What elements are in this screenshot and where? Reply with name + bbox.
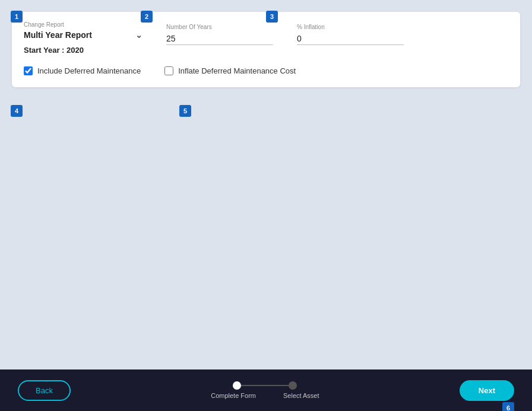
stepper-line xyxy=(241,385,289,386)
stepper-track xyxy=(233,381,297,390)
inflation-input[interactable] xyxy=(297,33,404,45)
report-type-dropdown[interactable]: Multi Year Report ⌄ xyxy=(24,30,142,40)
footer: Back Complete Form Select Asset Next 6 xyxy=(0,369,532,411)
step-badge-2: 2 xyxy=(141,11,153,23)
report-card: Change Report Multi Year Report ⌄ Start … xyxy=(12,12,520,87)
next-button[interactable]: Next xyxy=(460,380,514,401)
step1-label: Complete Form xyxy=(211,392,256,399)
stepper: Complete Form Select Asset xyxy=(211,381,319,399)
card-top-row: Change Report Multi Year Report ⌄ Start … xyxy=(24,21,508,55)
include-deferred-checkbox-label[interactable]: Include Deferred Maintenance xyxy=(24,66,141,75)
start-year-display: Start Year : 2020 xyxy=(24,46,142,55)
main-content: Change Report Multi Year Report ⌄ Start … xyxy=(0,0,532,369)
number-of-years-field: Number Of Years xyxy=(166,24,273,45)
next-button-container: Next 6 xyxy=(460,380,514,401)
chevron-down-icon: ⌄ xyxy=(135,30,142,40)
include-deferred-label-text: Include Deferred Maintenance xyxy=(37,66,141,75)
change-report-label: Change Report xyxy=(24,21,142,28)
back-button[interactable]: Back xyxy=(18,380,71,401)
inflate-deferred-label-text: Inflate Deferred Maintenance Cost xyxy=(178,66,296,75)
number-of-years-label: Number Of Years xyxy=(166,24,273,30)
step-badge-6: 6 xyxy=(502,402,514,412)
stepper-dot-1 xyxy=(233,381,241,390)
number-of-years-input[interactable] xyxy=(166,33,273,45)
inflate-deferred-checkbox[interactable] xyxy=(164,66,173,75)
inflate-deferred-checkbox-label[interactable]: Inflate Deferred Maintenance Cost xyxy=(164,66,296,75)
step-badge-4: 4 xyxy=(11,105,23,117)
card-bottom-row: Include Deferred Maintenance Inflate Def… xyxy=(24,66,508,75)
step-badge-3: 3 xyxy=(266,11,278,23)
step2-label: Select Asset xyxy=(283,392,319,399)
inflation-label: % Inflation xyxy=(297,24,404,30)
include-deferred-checkbox[interactable] xyxy=(24,66,33,75)
inflation-field: % Inflation xyxy=(297,24,404,45)
report-type-value: Multi Year Report xyxy=(24,30,92,40)
stepper-dot-2 xyxy=(289,381,297,390)
report-selector: Change Report Multi Year Report ⌄ Start … xyxy=(24,21,142,55)
step-badge-5: 5 xyxy=(179,105,191,117)
step-badge-1: 1 xyxy=(11,11,23,23)
stepper-labels: Complete Form Select Asset xyxy=(211,392,319,399)
